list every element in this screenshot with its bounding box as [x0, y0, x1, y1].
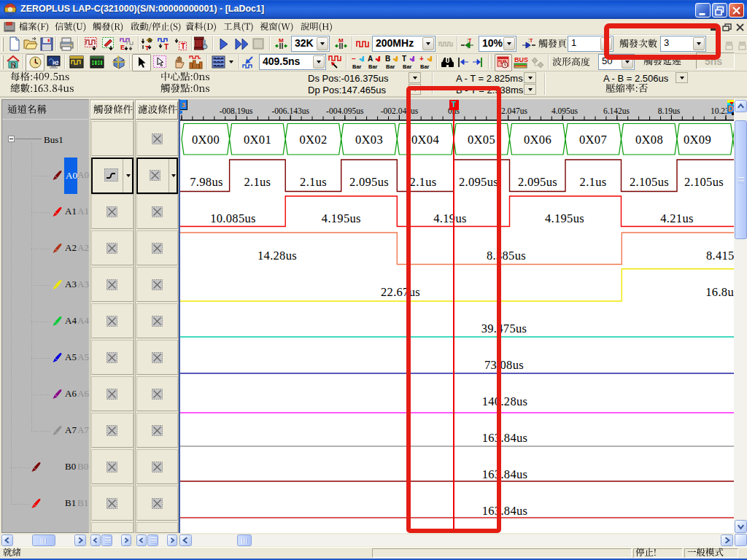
- svg-text:H2: H2: [53, 61, 59, 66]
- svg-text:T: T: [530, 38, 533, 43]
- svg-text:T: T: [181, 42, 185, 50]
- svg-text:T: T: [145, 44, 150, 51]
- svg-text:+: +: [419, 55, 424, 63]
- svg-text:N: N: [12, 63, 15, 68]
- svg-text:E: E: [120, 44, 125, 51]
- svg-text:B: B: [385, 55, 390, 63]
- svg-text:Bar: Bar: [368, 63, 378, 70]
- svg-text:M: M: [338, 37, 344, 44]
- svg-text:T: T: [164, 43, 169, 51]
- svg-text:BUS: BUS: [514, 56, 528, 63]
- svg-text:−: −: [352, 55, 356, 63]
- svg-text:Bar: Bar: [403, 63, 412, 70]
- svg-text:Bar: Bar: [352, 63, 362, 70]
- svg-text:Bar: Bar: [420, 63, 430, 70]
- svg-text:A: A: [368, 55, 373, 63]
- svg-text:M: M: [279, 37, 284, 44]
- svg-text:Bar: Bar: [386, 63, 395, 70]
- svg-text:B: B: [148, 38, 152, 43]
- svg-text:T: T: [402, 55, 406, 63]
